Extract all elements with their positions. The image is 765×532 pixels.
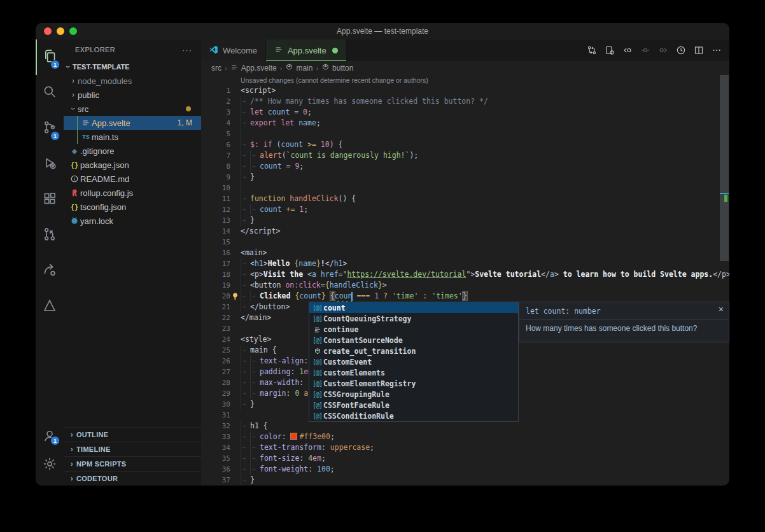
variable-symbol-icon: [@] [311, 304, 323, 311]
activity-item-source-control[interactable]: 1 [36, 111, 64, 146]
code-line[interactable]: 15 [201, 237, 729, 248]
zoom-window-button[interactable] [69, 27, 77, 35]
code-line[interactable]: 34→→text-transform: uppercase; [201, 442, 729, 453]
section-npm-scripts[interactable]: ›NPM SCRIPTS [64, 456, 201, 471]
code-editor[interactable]: Unsaved changes (cannot determine recent… [201, 75, 729, 486]
suggest-item-continue[interactable]: continue [309, 324, 518, 335]
project-section-header[interactable]: › TEST-TEMPLATE [64, 60, 201, 74]
activity-item-explorer[interactable]: 1 [36, 39, 64, 75]
tree-file-yarn-lock[interactable]: yarn.lock [64, 214, 201, 228]
close-icon[interactable]: × [719, 305, 724, 314]
file-label: package.json [80, 160, 129, 170]
json-file-icon: {} [69, 161, 80, 169]
section-outline[interactable]: ›OUTLINE [64, 427, 201, 442]
code-line[interactable]: 10 [201, 183, 729, 193]
code-line[interactable]: 20→→Clicked {count} {coun === 1 ? 'time'… [201, 291, 729, 302]
split-editor-icon[interactable] [692, 43, 705, 57]
breadcrumb-label: button [332, 64, 353, 73]
open-changes-icon[interactable] [603, 43, 616, 57]
code-line[interactable]: 9→} [201, 172, 729, 183]
breadcrumb-item-button[interactable]: button [321, 63, 353, 73]
code-line[interactable]: 3→let count = 0; [201, 107, 729, 118]
line-number: 22 [201, 312, 230, 323]
close-window-button[interactable] [44, 27, 52, 35]
prev-change-icon[interactable] [621, 43, 634, 57]
vscode-window: App.svelte — test-template 111 EXPLORER … [36, 23, 729, 486]
line-number: 35 [201, 453, 230, 464]
code-line[interactable]: 35→→font-size: 4em; [201, 453, 729, 464]
explorer-more-actions-icon[interactable]: ··· [182, 45, 192, 55]
tree-file-package-json[interactable]: {}package.json [64, 158, 201, 172]
suggest-item-cssgroupingrule[interactable]: [@]CSSGroupingRule [309, 389, 518, 400]
color-swatch[interactable] [291, 433, 297, 439]
editor-scrollbar[interactable] [720, 75, 729, 486]
history-icon[interactable] [674, 43, 687, 57]
suggest-item-create_out_transition[interactable]: create_out_transition [309, 346, 518, 356]
tree-folder-public[interactable]: ›public [64, 88, 201, 102]
code-line[interactable]: 33→→color: #ff3e00; [201, 431, 729, 442]
activity-item-settings[interactable] [36, 451, 64, 479]
tab-welcome[interactable]: Welcome [201, 39, 266, 61]
code-line[interactable]: 37→} [201, 475, 729, 486]
scrollbar-slider[interactable] [720, 75, 729, 261]
lightbulb-icon[interactable] [231, 292, 239, 300]
code-line[interactable]: 1<script> [201, 85, 729, 96]
line-number: 5 [201, 129, 230, 139]
codelens-annotation[interactable]: Unsaved changes (cannot determine recent… [201, 75, 729, 85]
activity-item-account[interactable]: 1 [36, 423, 64, 451]
activity-item-search[interactable] [36, 75, 64, 111]
next-change-icon[interactable] [656, 43, 670, 57]
tree-folder-src[interactable]: ›src [64, 102, 201, 116]
code-line[interactable]: 18→<p>Visit the <a href="https://svelte.… [201, 269, 729, 280]
code-line[interactable]: 17→<h1>Hello {name}!</h1> [201, 258, 729, 269]
breadcrumb-item-main[interactable]: main [285, 63, 312, 73]
code-line[interactable]: 32→h1 { [201, 421, 729, 431]
code-line[interactable]: 13→} [201, 215, 729, 226]
section-timeline[interactable]: ›TIMELINE [64, 442, 201, 456]
breadcrumb-item-app-svelte[interactable]: App.svelte [230, 63, 277, 73]
current-change-icon[interactable] [638, 43, 652, 57]
tree-file-main-ts[interactable]: TSmain.ts [64, 130, 201, 144]
badge-count: 1 [50, 131, 60, 141]
tab-app-svelte[interactable]: App.svelte [266, 39, 347, 61]
suggest-item-countqueuingstrategy[interactable]: [@]CountQueuingStrategy [309, 313, 518, 324]
minimize-window-button[interactable] [57, 27, 64, 35]
suggest-item-customelementregistry[interactable]: [@]CustomElementRegistry [309, 378, 518, 389]
code-line[interactable]: 11→function handleClick() { [201, 193, 729, 204]
suggest-item-customevent[interactable]: [@]CustomEvent [309, 356, 518, 367]
editor-toolbar [585, 39, 729, 61]
suggest-item-cssfontfacerule[interactable]: [@]CSSFontFaceRule [309, 400, 518, 410]
tree-file-tsconfig-json[interactable]: {}tsconfig.json [64, 200, 201, 214]
tree-file-readme-md[interactable]: README.md [64, 172, 201, 186]
suggest-item-cssconditionrule[interactable]: [@]CSSConditionRule [309, 410, 518, 421]
tree-file-app-svelte[interactable]: App.svelte1, M [64, 116, 201, 130]
tree-folder-node-modules[interactable]: ›node_modules [64, 74, 201, 88]
activity-item-run-debug[interactable] [36, 146, 64, 182]
more-actions-icon[interactable] [710, 43, 723, 57]
suggest-item-constantsourcenode[interactable]: [@]ConstantSourceNode [309, 335, 518, 346]
code-line[interactable]: 5 [201, 129, 729, 139]
tree-file--gitignore[interactable]: ◆.gitignore [64, 144, 201, 158]
code-line[interactable]: 19→<button on:click={handleClick}> [201, 280, 729, 291]
code-line[interactable]: 36→→font-weight: 100; [201, 464, 729, 475]
activity-item-extensions[interactable] [36, 182, 64, 218]
code-line[interactable]: 7→→alert(`count is dangerously high!`); [201, 150, 729, 161]
code-line[interactable]: 2→/** How many times has someone clicked… [201, 96, 729, 107]
line-number: 3 [201, 107, 230, 118]
activity-item-live-share[interactable] [36, 253, 64, 289]
activity-item-github-pr[interactable] [36, 218, 64, 253]
tree-file-rollup-config-js[interactable]: rollup.config.js [64, 186, 201, 200]
breadcrumb-item-src[interactable]: src [211, 64, 221, 73]
code-line[interactable]: 8→→count = 9; [201, 161, 729, 172]
section-codetour[interactable]: ›CODETOUR [64, 471, 201, 486]
suggest-item-count[interactable]: [@]count [309, 302, 518, 313]
file-label: src [78, 104, 88, 114]
code-line[interactable]: 16<main> [201, 248, 729, 258]
activity-item-azure[interactable] [36, 289, 64, 325]
suggest-item-customelements[interactable]: [@]customElements [309, 367, 518, 378]
git-compare-icon[interactable] [585, 43, 598, 57]
code-line[interactable]: 4→export let name; [201, 118, 729, 129]
code-line[interactable]: 6→$: if (count >= 10) { [201, 139, 729, 150]
code-line[interactable]: 14</script> [201, 226, 729, 237]
code-line[interactable]: 12→→count += 1; [201, 204, 729, 215]
